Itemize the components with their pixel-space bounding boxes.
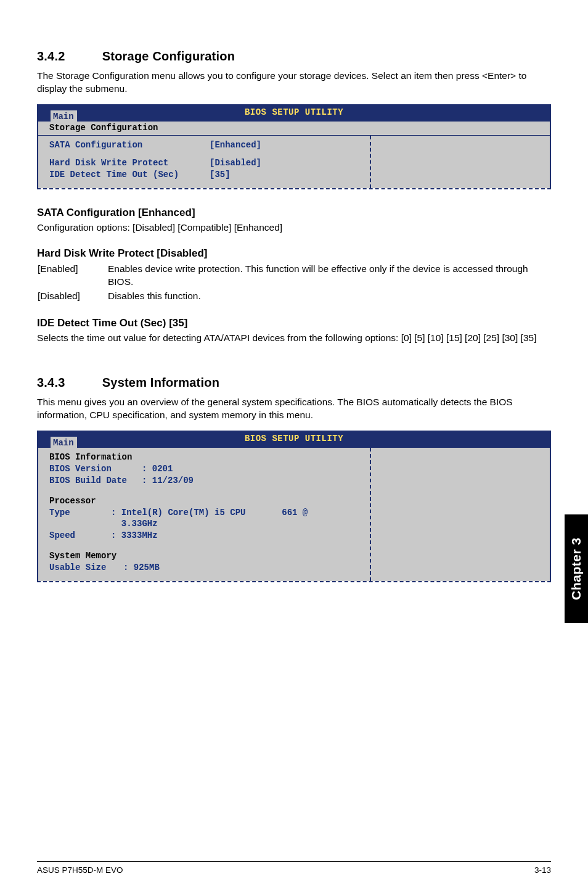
bios-value: [Enhanced]: [210, 139, 261, 151]
section-text: System Information: [102, 376, 219, 389]
bios-header-bar: BIOS SETUP UTILITY Main: [38, 431, 550, 448]
section-343-desc: This menu gives you an overview of the g…: [37, 396, 551, 422]
bios-right-pane: [371, 448, 550, 581]
footer-right: 3-13: [534, 865, 551, 875]
bios-value: : 11/23/09: [142, 475, 194, 487]
definition-row: [Disabled] Disables this function.: [37, 289, 551, 303]
bios-value: [Disabled]: [210, 157, 261, 169]
bios-value: : 925MB: [123, 562, 160, 574]
bios-row: BIOS Build Date : 11/23/09: [49, 475, 364, 487]
bios-key: Type: [49, 507, 111, 519]
chapter-side-tab: Chapter 3: [565, 514, 588, 623]
section-text: Storage Configuration: [102, 49, 235, 63]
bios-screen-sysinfo: BIOS SETUP UTILITY Main BIOS Information…: [37, 431, 551, 582]
definition-term: [Enabled]: [37, 262, 107, 289]
bios-left-pane: SATA Configuration [Enhanced] Hard Disk …: [38, 136, 371, 188]
bios-screen-storage: BIOS SETUP UTILITY Main Storage Configur…: [37, 104, 551, 189]
section-num: 3.4.3: [37, 376, 99, 390]
section-343-title: 3.4.3 System Information: [37, 376, 551, 390]
definition-def: Enables device write protection. This fu…: [107, 262, 551, 289]
bios-key: Hard Disk Write Protect: [49, 157, 210, 169]
subheading-sata: SATA Configuration [Enhanced]: [37, 207, 551, 219]
bios-header-title: BIOS SETUP UTILITY: [38, 434, 550, 444]
bios-key: IDE Detect Time Out (Sec): [49, 169, 210, 181]
bios-right-pane: [371, 136, 550, 188]
bios-key: Speed: [49, 530, 111, 542]
bios-group-title: Processor: [49, 495, 364, 507]
subheading-ide: IDE Detect Time Out (Sec) [35]: [37, 317, 551, 329]
definition-list: [Enabled] Enables device write protectio…: [37, 262, 551, 303]
section-num: 3.4.2: [37, 49, 99, 64]
bios-key: BIOS Version: [49, 463, 142, 475]
section-342-title: 3.4.2 Storage Configuration: [37, 49, 551, 64]
bios-value: : 3333MHz: [111, 530, 158, 542]
bios-value: [35]: [210, 169, 231, 181]
bios-value: : Intel(R) Core(TM) i5 CPU 661 @: [111, 507, 308, 519]
subheading-hdwp: Hard Disk Write Protect [Disabled]: [37, 247, 551, 260]
definition-term: [Disabled]: [37, 289, 107, 303]
bios-tab-main[interactable]: Main: [51, 437, 77, 448]
bios-row: BIOS Version : 0201: [49, 463, 364, 475]
section-342-desc: The Storage Configuration menu allows yo…: [37, 70, 551, 96]
bios-header-title: BIOS SETUP UTILITY: [38, 107, 550, 117]
bios-group-title: System Memory: [49, 550, 364, 562]
chapter-label: Chapter 3: [569, 537, 584, 600]
bios-left-pane: BIOS Information BIOS Version : 0201 BIO…: [38, 448, 371, 581]
bios-key: SATA Configuration: [49, 139, 210, 151]
bios-tab-main[interactable]: Main: [51, 110, 77, 122]
page-footer: ASUS P7H55D-M EVO 3-13: [37, 861, 551, 875]
footer-left: ASUS P7H55D-M EVO: [37, 865, 123, 875]
definition-row: [Enabled] Enables device write protectio…: [37, 262, 551, 289]
bios-row[interactable]: SATA Configuration [Enhanced]: [49, 139, 364, 151]
bios-group-title: BIOS Information: [49, 452, 364, 463]
bios-value: 3.33GHz: [111, 518, 158, 530]
bios-key: BIOS Build Date: [49, 475, 142, 487]
bios-key: Usable Size: [49, 562, 123, 574]
bios-row: Speed : 3333MHz: [49, 530, 364, 542]
bios-subheader: Storage Configuration: [38, 122, 550, 136]
ide-desc: Selects the time out value for detecting…: [37, 332, 551, 345]
bios-row: Usable Size : 925MB: [49, 562, 364, 574]
sata-desc: Configuration options: [Disabled] [Compa…: [37, 221, 551, 234]
bios-row[interactable]: IDE Detect Time Out (Sec) [35]: [49, 169, 364, 181]
bios-row: Type : Intel(R) Core(TM) i5 CPU 661 @: [49, 507, 364, 519]
bios-row[interactable]: Hard Disk Write Protect [Disabled]: [49, 157, 364, 169]
bios-header-bar: BIOS SETUP UTILITY Main: [38, 104, 550, 122]
bios-value: : 0201: [142, 463, 173, 475]
bios-row: 3.33GHz: [49, 518, 364, 530]
definition-def: Disables this function.: [107, 289, 551, 303]
bios-key: [49, 518, 111, 530]
